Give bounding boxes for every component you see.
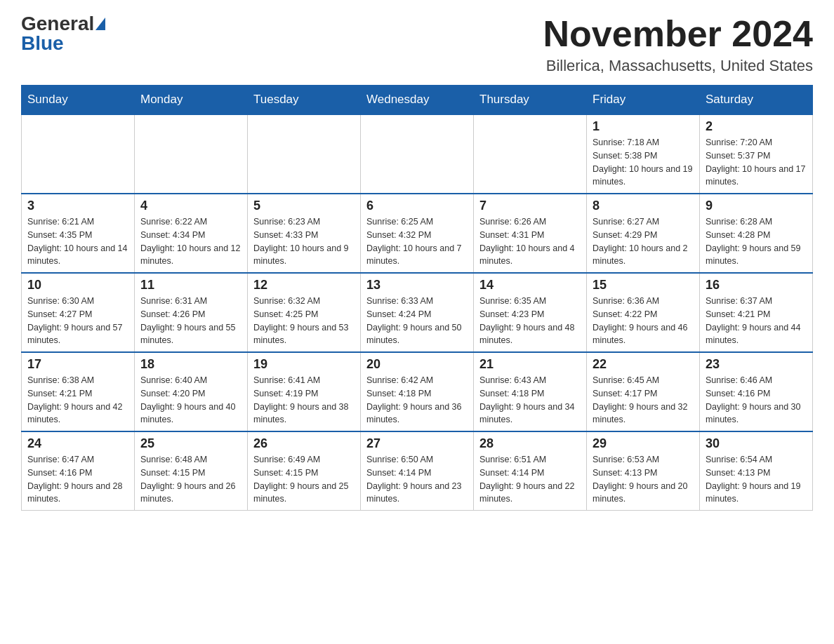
calendar-table: SundayMondayTuesdayWednesdayThursdayFrid… <box>21 85 813 511</box>
calendar-day-cell: 6Sunrise: 6:25 AMSunset: 4:32 PMDaylight… <box>361 194 474 273</box>
calendar-day-cell <box>474 114 587 194</box>
day-number: 28 <box>479 436 581 451</box>
weekday-header-wednesday: Wednesday <box>361 86 474 115</box>
calendar-day-cell: 12Sunrise: 6:32 AMSunset: 4:25 PMDayligh… <box>248 273 361 352</box>
calendar-day-cell: 19Sunrise: 6:41 AMSunset: 4:19 PMDayligh… <box>248 352 361 431</box>
calendar-day-cell <box>135 114 248 194</box>
calendar-day-cell: 8Sunrise: 6:27 AMSunset: 4:29 PMDaylight… <box>587 194 700 273</box>
weekday-header-tuesday: Tuesday <box>248 86 361 115</box>
day-info: Sunrise: 6:49 AMSunset: 4:15 PMDaylight:… <box>253 453 355 506</box>
calendar-week-2: 3Sunrise: 6:21 AMSunset: 4:35 PMDaylight… <box>22 194 813 273</box>
day-info: Sunrise: 6:47 AMSunset: 4:16 PMDaylight:… <box>27 453 128 506</box>
calendar-week-5: 24Sunrise: 6:47 AMSunset: 4:16 PMDayligh… <box>22 431 813 511</box>
calendar-day-cell: 4Sunrise: 6:22 AMSunset: 4:34 PMDaylight… <box>135 194 248 273</box>
calendar-day-cell: 9Sunrise: 6:28 AMSunset: 4:28 PMDaylight… <box>700 194 813 273</box>
weekday-header-sunday: Sunday <box>22 86 135 115</box>
calendar-day-cell: 5Sunrise: 6:23 AMSunset: 4:33 PMDaylight… <box>248 194 361 273</box>
calendar-day-cell: 22Sunrise: 6:45 AMSunset: 4:17 PMDayligh… <box>587 352 700 431</box>
logo-arrow-icon <box>95 18 105 30</box>
day-number: 9 <box>706 199 807 213</box>
day-info: Sunrise: 6:50 AMSunset: 4:14 PMDaylight:… <box>366 453 468 506</box>
day-info: Sunrise: 6:33 AMSunset: 4:24 PMDaylight:… <box>366 295 468 347</box>
day-number: 10 <box>27 278 128 293</box>
day-info: Sunrise: 6:32 AMSunset: 4:25 PMDaylight:… <box>253 295 355 347</box>
day-number: 12 <box>253 278 355 293</box>
day-number: 27 <box>366 436 468 451</box>
calendar-day-cell: 21Sunrise: 6:43 AMSunset: 4:18 PMDayligh… <box>474 352 587 431</box>
day-info: Sunrise: 6:31 AMSunset: 4:26 PMDaylight:… <box>140 295 241 347</box>
calendar-day-cell <box>248 114 361 194</box>
calendar-day-cell: 2Sunrise: 7:20 AMSunset: 5:37 PMDaylight… <box>700 114 813 194</box>
calendar-day-cell: 13Sunrise: 6:33 AMSunset: 4:24 PMDayligh… <box>361 273 474 352</box>
day-info: Sunrise: 6:27 AMSunset: 4:29 PMDaylight:… <box>593 215 694 268</box>
month-title: November 2024 <box>543 14 813 54</box>
day-number: 3 <box>27 199 128 213</box>
weekday-header-friday: Friday <box>587 86 700 115</box>
day-info: Sunrise: 6:53 AMSunset: 4:13 PMDaylight:… <box>593 453 694 506</box>
day-number: 11 <box>140 278 241 293</box>
day-number: 30 <box>706 436 807 451</box>
day-number: 18 <box>140 357 241 372</box>
day-info: Sunrise: 6:42 AMSunset: 4:18 PMDaylight:… <box>366 374 468 427</box>
day-number: 13 <box>366 278 468 293</box>
day-info: Sunrise: 6:30 AMSunset: 4:27 PMDaylight:… <box>27 295 128 347</box>
day-info: Sunrise: 6:40 AMSunset: 4:20 PMDaylight:… <box>140 374 241 427</box>
day-number: 25 <box>140 436 241 451</box>
day-number: 5 <box>253 199 355 213</box>
calendar-day-cell <box>361 114 474 194</box>
day-info: Sunrise: 6:36 AMSunset: 4:22 PMDaylight:… <box>593 295 694 347</box>
day-number: 24 <box>27 436 128 451</box>
weekday-header-saturday: Saturday <box>700 86 813 115</box>
calendar-day-cell: 15Sunrise: 6:36 AMSunset: 4:22 PMDayligh… <box>587 273 700 352</box>
day-number: 26 <box>253 436 355 451</box>
day-info: Sunrise: 6:26 AMSunset: 4:31 PMDaylight:… <box>479 215 581 268</box>
calendar-day-cell: 28Sunrise: 6:51 AMSunset: 4:14 PMDayligh… <box>474 431 587 511</box>
calendar-day-cell: 14Sunrise: 6:35 AMSunset: 4:23 PMDayligh… <box>474 273 587 352</box>
day-info: Sunrise: 6:28 AMSunset: 4:28 PMDaylight:… <box>706 215 807 268</box>
day-info: Sunrise: 6:48 AMSunset: 4:15 PMDaylight:… <box>140 453 241 506</box>
day-info: Sunrise: 6:45 AMSunset: 4:17 PMDaylight:… <box>593 374 694 427</box>
calendar-day-cell: 25Sunrise: 6:48 AMSunset: 4:15 PMDayligh… <box>135 431 248 511</box>
day-number: 8 <box>593 199 694 213</box>
calendar-day-cell: 7Sunrise: 6:26 AMSunset: 4:31 PMDaylight… <box>474 194 587 273</box>
calendar-week-1: 1Sunrise: 7:18 AMSunset: 5:38 PMDaylight… <box>22 114 813 194</box>
weekday-header-thursday: Thursday <box>474 86 587 115</box>
weekday-header-monday: Monday <box>135 86 248 115</box>
day-info: Sunrise: 6:43 AMSunset: 4:18 PMDaylight:… <box>479 374 581 427</box>
calendar-day-cell: 16Sunrise: 6:37 AMSunset: 4:21 PMDayligh… <box>700 273 813 352</box>
day-number: 14 <box>479 278 581 293</box>
calendar-day-cell: 27Sunrise: 6:50 AMSunset: 4:14 PMDayligh… <box>361 431 474 511</box>
day-number: 6 <box>366 199 468 213</box>
day-info: Sunrise: 6:37 AMSunset: 4:21 PMDaylight:… <box>706 295 807 347</box>
calendar-day-cell: 24Sunrise: 6:47 AMSunset: 4:16 PMDayligh… <box>22 431 135 511</box>
calendar-day-cell: 26Sunrise: 6:49 AMSunset: 4:15 PMDayligh… <box>248 431 361 511</box>
day-number: 4 <box>140 199 241 213</box>
page-header: General Blue November 2024 Billerica, Ma… <box>21 14 813 75</box>
day-info: Sunrise: 7:18 AMSunset: 5:38 PMDaylight:… <box>593 136 694 189</box>
day-number: 15 <box>593 278 694 293</box>
calendar-day-cell: 1Sunrise: 7:18 AMSunset: 5:38 PMDaylight… <box>587 114 700 194</box>
day-info: Sunrise: 6:46 AMSunset: 4:16 PMDaylight:… <box>706 374 807 427</box>
day-number: 21 <box>479 357 581 372</box>
calendar-day-cell <box>22 114 135 194</box>
calendar-day-cell: 17Sunrise: 6:38 AMSunset: 4:21 PMDayligh… <box>22 352 135 431</box>
logo-blue: Blue <box>21 34 64 53</box>
day-number: 16 <box>706 278 807 293</box>
logo: General Blue <box>21 14 105 53</box>
day-info: Sunrise: 6:25 AMSunset: 4:32 PMDaylight:… <box>366 215 468 268</box>
title-section: November 2024 Billerica, Massachusetts, … <box>543 14 813 75</box>
calendar-day-cell: 3Sunrise: 6:21 AMSunset: 4:35 PMDaylight… <box>22 194 135 273</box>
location-subtitle: Billerica, Massachusetts, United States <box>543 57 813 75</box>
calendar-day-cell: 11Sunrise: 6:31 AMSunset: 4:26 PMDayligh… <box>135 273 248 352</box>
day-info: Sunrise: 6:41 AMSunset: 4:19 PMDaylight:… <box>253 374 355 427</box>
calendar-day-cell: 29Sunrise: 6:53 AMSunset: 4:13 PMDayligh… <box>587 431 700 511</box>
calendar-day-cell: 23Sunrise: 6:46 AMSunset: 4:16 PMDayligh… <box>700 352 813 431</box>
logo-general: General <box>21 14 94 34</box>
calendar-week-4: 17Sunrise: 6:38 AMSunset: 4:21 PMDayligh… <box>22 352 813 431</box>
day-info: Sunrise: 6:35 AMSunset: 4:23 PMDaylight:… <box>479 295 581 347</box>
calendar-day-cell: 20Sunrise: 6:42 AMSunset: 4:18 PMDayligh… <box>361 352 474 431</box>
day-number: 22 <box>593 357 694 372</box>
day-number: 29 <box>593 436 694 451</box>
day-info: Sunrise: 6:21 AMSunset: 4:35 PMDaylight:… <box>27 215 128 268</box>
calendar-week-3: 10Sunrise: 6:30 AMSunset: 4:27 PMDayligh… <box>22 273 813 352</box>
